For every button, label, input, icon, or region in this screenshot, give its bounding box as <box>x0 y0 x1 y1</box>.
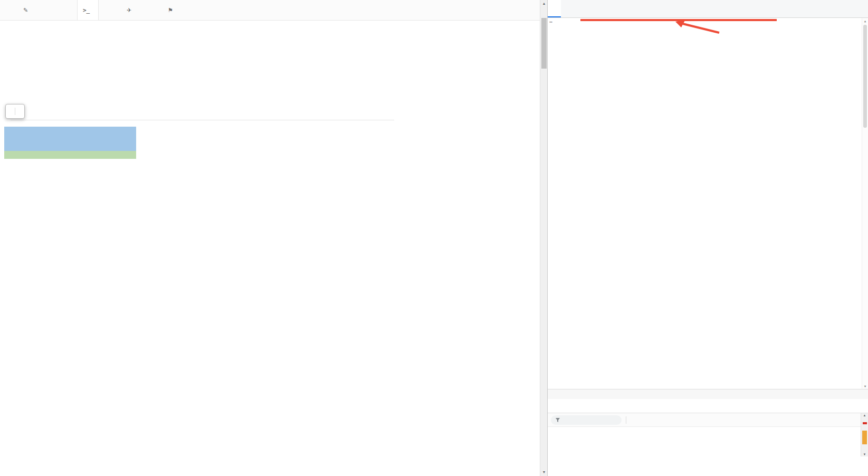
nav-link-lessons[interactable]: ✈ <box>121 0 140 20</box>
element-breadcrumbs <box>548 389 868 399</box>
site-nav: ✎ >_ ✈ ⚑ <box>0 0 540 21</box>
filter-funnel-icon <box>555 417 560 423</box>
styles-scroll-up-icon[interactable]: ▲ <box>861 414 868 417</box>
styles-scrollbar[interactable]: ▲ ▼ <box>861 413 868 456</box>
filter-input[interactable] <box>563 416 613 424</box>
scroll-down-icon[interactable]: ▼ <box>540 469 548 476</box>
paper-plane-icon: ✈ <box>127 7 131 14</box>
tree-scrollbar-thumb[interactable] <box>863 25 867 128</box>
tab-elements[interactable] <box>548 0 561 17</box>
nav-tab-sandbox[interactable]: >_ <box>77 0 99 20</box>
countries-grid <box>11 127 402 454</box>
pencil-icon: ✎ <box>23 7 28 14</box>
filter-divider <box>626 416 626 424</box>
page-title <box>11 28 15 47</box>
tree-scroll-down-icon[interactable]: ▼ <box>862 384 868 388</box>
devtools-panel: ⋯ ▲ ▼ ▲ ▼ <box>547 0 868 476</box>
tooltip-divider <box>15 108 15 115</box>
styles-filter-input[interactable] <box>551 415 622 425</box>
flag-icon: ⚑ <box>168 7 173 14</box>
annotation-arrow-icon <box>674 19 723 35</box>
scrollbar-marker-red <box>863 422 867 424</box>
nav-link-login[interactable] <box>358 0 368 20</box>
browser-page: ✎ >_ ✈ ⚑ <box>0 0 540 476</box>
node-gutter-menu-icon[interactable]: ⋯ <box>549 19 552 25</box>
styles-filter-bar <box>548 413 868 427</box>
styles-scroll-down-icon[interactable]: ▼ <box>861 453 868 456</box>
page-scrollbar[interactable]: ▲ ▼ <box>540 0 548 476</box>
devtools-toolbar <box>548 0 868 18</box>
page-scrollbar-thumb[interactable] <box>541 18 547 69</box>
dom-tree-scrollbar[interactable]: ▲ ▼ <box>862 18 868 389</box>
inspect-tooltip <box>5 104 25 119</box>
scroll-up-icon[interactable]: ▲ <box>540 0 548 7</box>
nav-link-scrape-this-site[interactable]: ✎ <box>18 0 36 20</box>
styles-panel-tabs <box>548 399 868 413</box>
dom-tree: ⋯ ▲ ▼ <box>548 18 868 389</box>
terminal-icon: >_ <box>83 7 90 14</box>
attribution-row <box>11 101 394 109</box>
tree-scroll-up-icon[interactable]: ▲ <box>862 19 868 23</box>
nav-link-faq[interactable]: ⚑ <box>163 0 182 20</box>
styles-scrollbar-thumb[interactable] <box>862 431 867 444</box>
divider-rule <box>11 120 394 120</box>
